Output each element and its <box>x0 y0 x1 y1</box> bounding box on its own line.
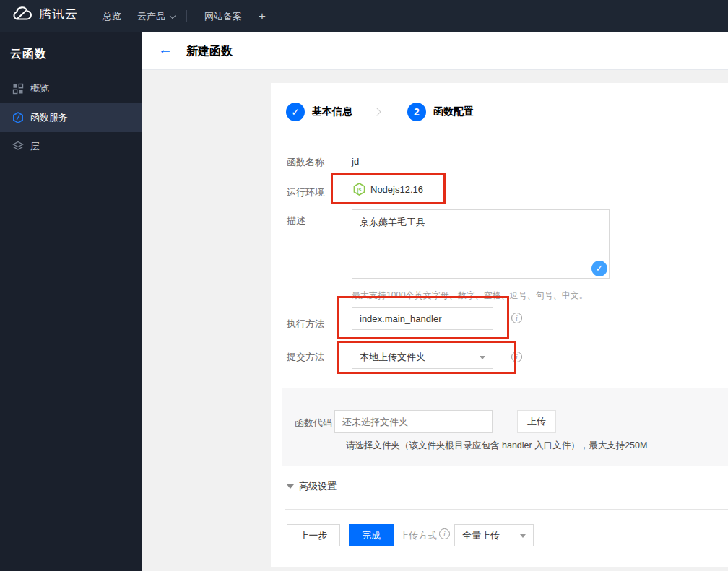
submit-method-select[interactable]: 本地上传文件夹 <box>352 346 493 369</box>
step2-number: 2 <box>407 103 426 121</box>
previous-step-button[interactable]: 上一步 <box>287 524 340 546</box>
function-code-hint: 请选择文件夹（该文件夹根目录应包含 handler 入口文件），最大支持250M <box>346 440 647 452</box>
caret-down-icon <box>480 356 485 359</box>
description-valid-check-icon: ✓ <box>592 261 607 276</box>
nav-item-cloud-products[interactable]: 云产品 <box>137 0 175 32</box>
upload-mode-label: 上传方式 <box>399 529 437 542</box>
handler-input[interactable] <box>352 307 493 330</box>
handler-label: 执行方法 <box>287 318 324 331</box>
sidebar: 云函数 概览 <box>0 32 142 571</box>
description-hint: 最大支持1000个英文字母、数字、空格、逗号、句号、中文。 <box>352 289 588 302</box>
sidebar-item-label: 函数服务 <box>30 111 68 124</box>
step1-label: 基本信息 <box>312 105 352 118</box>
page-title: 新建函数 <box>186 44 233 59</box>
upload-button[interactable]: 上传 <box>517 410 556 433</box>
nav-item-icp[interactable]: 网站备案 <box>204 0 242 32</box>
description-textarea[interactable]: 京东薅羊毛工具 <box>352 209 610 279</box>
function-name-label: 函数名称 <box>287 156 324 169</box>
sidebar-title: 云函数 <box>0 32 142 62</box>
triangle-down-icon <box>287 484 294 489</box>
advanced-settings-toggle[interactable]: 高级设置 <box>287 480 337 493</box>
upload-mode-select[interactable]: 全量上传 <box>454 524 534 546</box>
runtime-value-row: js Nodejs12.16 <box>353 183 423 196</box>
chevron-down-icon <box>170 13 176 19</box>
svg-text:js: js <box>357 187 362 193</box>
folder-path-input[interactable] <box>334 410 493 433</box>
brand-name: 腾讯云 <box>39 6 78 22</box>
sidebar-item-label: 层 <box>30 140 40 153</box>
submit-method-value: 本地上传文件夹 <box>360 352 425 362</box>
function-code-section: 函数代码* 上传 请选择文件夹（该文件夹根目录应包含 handler 入口文件）… <box>282 388 728 466</box>
top-navbar: 腾讯云 总览 云产品 网站备案 + <box>0 0 728 32</box>
cloud-logo-icon <box>10 5 33 22</box>
runtime-label: 运行环境 <box>287 186 324 199</box>
footer-divider <box>285 509 728 510</box>
upload-mode-info-icon[interactable]: i <box>439 528 450 539</box>
handler-info-icon[interactable]: i <box>511 313 522 323</box>
caret-down-icon <box>520 534 526 538</box>
sidebar-item-label: 概览 <box>30 82 49 95</box>
submit-method-info-icon[interactable]: i <box>511 352 522 362</box>
sidebar-menu: 概览 函数服务 层 <box>0 74 142 161</box>
grid-icon <box>12 83 24 95</box>
function-code-label: 函数代码* <box>295 417 338 430</box>
advanced-settings-label: 高级设置 <box>299 480 337 493</box>
submit-method-label: 提交方法 <box>287 351 324 364</box>
nav-divider <box>186 10 187 22</box>
layers-icon <box>12 141 24 152</box>
nav-item-overview[interactable]: 总览 <box>103 0 121 32</box>
runtime-value: Nodejs12.16 <box>370 184 423 195</box>
sidebar-item-layers[interactable]: 层 <box>0 132 142 161</box>
sidebar-item-overview[interactable]: 概览 <box>0 74 142 103</box>
description-label: 描述 <box>287 214 306 227</box>
content-header: ← 新建函数 <box>142 32 728 70</box>
tencent-cloud-console: 腾讯云 总览 云产品 网站备案 + 云函数 概览 <box>0 0 728 571</box>
function-name-value: jd <box>352 156 359 167</box>
function-hexagon-icon <box>12 112 24 123</box>
upload-mode-value: 全量上传 <box>462 530 500 541</box>
step1-done-check-icon: ✓ <box>286 103 305 121</box>
step2-label: 函数配置 <box>433 105 474 118</box>
nav-add-tab-button[interactable]: + <box>259 0 266 32</box>
back-arrow-icon[interactable]: ← <box>158 41 173 58</box>
tencent-cloud-logo[interactable]: 腾讯云 <box>10 5 78 22</box>
create-function-card: ✓ 基本信息 2 函数配置 函数名称 jd 运行环境 js Nodejs12.1… <box>271 83 728 567</box>
step-indicator: ✓ 基本信息 2 函数配置 <box>286 103 474 121</box>
nodejs-icon: js <box>353 183 365 196</box>
step-separator-chevron-icon <box>373 108 381 115</box>
finish-button[interactable]: 完成 <box>349 524 394 546</box>
sidebar-item-function-service[interactable]: 函数服务 <box>0 103 142 132</box>
